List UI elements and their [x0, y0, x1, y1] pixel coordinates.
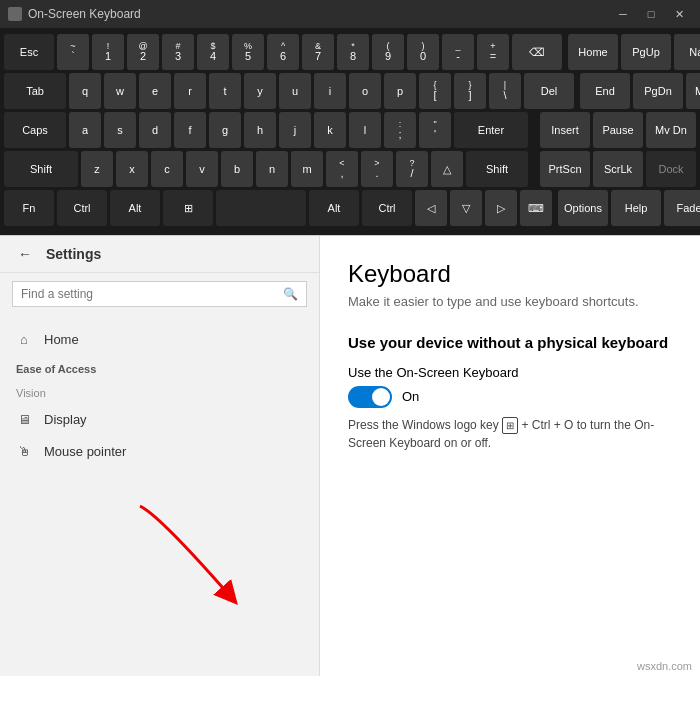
- key-w[interactable]: w: [104, 73, 136, 109]
- key-space[interactable]: [216, 190, 306, 226]
- key-kbd-icon[interactable]: ⌨: [520, 190, 552, 226]
- key-fn[interactable]: Fn: [4, 190, 54, 226]
- key-p[interactable]: p: [384, 73, 416, 109]
- home-icon: ⌂: [16, 331, 32, 347]
- key-d[interactable]: d: [139, 112, 171, 148]
- key-grave[interactable]: ~`: [57, 34, 89, 70]
- key-ralt[interactable]: Alt: [309, 190, 359, 226]
- key-z[interactable]: z: [81, 151, 113, 187]
- key-uparrow[interactable]: △: [431, 151, 463, 187]
- key-o[interactable]: o: [349, 73, 381, 109]
- key-rctrl[interactable]: Ctrl: [362, 190, 412, 226]
- key-x[interactable]: x: [116, 151, 148, 187]
- key-caps[interactable]: Caps: [4, 112, 66, 148]
- key-e[interactable]: e: [139, 73, 171, 109]
- toggle-description: Press the Windows logo key ⊞ + Ctrl + O …: [348, 416, 672, 452]
- key-4[interactable]: $4: [197, 34, 229, 70]
- display-icon: 🖥: [16, 411, 32, 427]
- key-0[interactable]: )0: [407, 34, 439, 70]
- key-h[interactable]: h: [244, 112, 276, 148]
- restore-button[interactable]: □: [638, 4, 664, 24]
- key-b[interactable]: b: [221, 151, 253, 187]
- key-9[interactable]: (9: [372, 34, 404, 70]
- key-lalt[interactable]: Alt: [110, 190, 160, 226]
- key-lbracket[interactable]: {[: [419, 73, 451, 109]
- sidebar-item-home[interactable]: ⌂ Home: [0, 323, 319, 355]
- search-box[interactable]: 🔍: [12, 281, 307, 307]
- key-5[interactable]: %5: [232, 34, 264, 70]
- key-a[interactable]: a: [69, 112, 101, 148]
- key-tab[interactable]: Tab: [4, 73, 66, 109]
- key-6[interactable]: ^6: [267, 34, 299, 70]
- key-s[interactable]: s: [104, 112, 136, 148]
- key-lshift[interactable]: Shift: [4, 151, 78, 187]
- key-q[interactable]: q: [69, 73, 101, 109]
- key-left[interactable]: ◁: [415, 190, 447, 226]
- key-k[interactable]: k: [314, 112, 346, 148]
- key-2[interactable]: @2: [127, 34, 159, 70]
- back-button[interactable]: ←: [12, 244, 38, 264]
- key-help[interactable]: Help: [611, 190, 661, 226]
- key-7[interactable]: &7: [302, 34, 334, 70]
- key-options[interactable]: Options: [558, 190, 608, 226]
- key-pgup[interactable]: PgUp: [621, 34, 671, 70]
- key-v[interactable]: v: [186, 151, 218, 187]
- key-mvdn[interactable]: Mv Dn: [646, 112, 696, 148]
- key-m[interactable]: m: [291, 151, 323, 187]
- key-1[interactable]: !1: [92, 34, 124, 70]
- key-l[interactable]: l: [349, 112, 381, 148]
- minimize-button[interactable]: ─: [610, 4, 636, 24]
- sidebar-item-display[interactable]: 🖥 Display: [0, 403, 319, 435]
- key-g[interactable]: g: [209, 112, 241, 148]
- key-3[interactable]: #3: [162, 34, 194, 70]
- key-insert[interactable]: Insert: [540, 112, 590, 148]
- key-equals[interactable]: +=: [477, 34, 509, 70]
- key-n[interactable]: n: [256, 151, 288, 187]
- key-semicolon[interactable]: :;: [384, 112, 416, 148]
- sidebar-nav: ⌂ Home Ease of Access Vision 🖥 Display 🖱…: [0, 315, 319, 475]
- osk-toggle[interactable]: [348, 386, 392, 408]
- key-pause[interactable]: Pause: [593, 112, 643, 148]
- key-home[interactable]: Home: [568, 34, 618, 70]
- key-i[interactable]: i: [314, 73, 346, 109]
- key-comma[interactable]: <,: [326, 151, 358, 187]
- key-8[interactable]: *8: [337, 34, 369, 70]
- key-backslash[interactable]: |\: [489, 73, 521, 109]
- key-minus[interactable]: _-: [442, 34, 474, 70]
- key-esc[interactable]: Esc: [4, 34, 54, 70]
- key-lctrl[interactable]: Ctrl: [57, 190, 107, 226]
- close-button[interactable]: ✕: [666, 4, 692, 24]
- key-rbracket[interactable]: }]: [454, 73, 486, 109]
- key-win[interactable]: ⊞: [163, 190, 213, 226]
- osk-title: On-Screen Keyboard: [28, 7, 141, 21]
- key-mvup[interactable]: Mv Up: [686, 73, 700, 109]
- key-del[interactable]: Del: [524, 73, 574, 109]
- key-t[interactable]: t: [209, 73, 241, 109]
- key-rshift[interactable]: Shift: [466, 151, 528, 187]
- key-pgdn[interactable]: PgDn: [633, 73, 683, 109]
- key-end[interactable]: End: [580, 73, 630, 109]
- key-c[interactable]: c: [151, 151, 183, 187]
- key-fade[interactable]: Fade: [664, 190, 700, 226]
- key-y[interactable]: y: [244, 73, 276, 109]
- key-dock[interactable]: Dock: [646, 151, 696, 187]
- key-prtscn[interactable]: PrtScn: [540, 151, 590, 187]
- key-period[interactable]: >.: [361, 151, 393, 187]
- key-nav[interactable]: Nav: [674, 34, 700, 70]
- key-down[interactable]: ▽: [450, 190, 482, 226]
- key-row-2: Tab q w e r t y u i o p {[ }] |\ Del End…: [4, 73, 696, 109]
- key-f[interactable]: f: [174, 112, 206, 148]
- key-scrlk[interactable]: ScrLk: [593, 151, 643, 187]
- key-r[interactable]: r: [174, 73, 206, 109]
- key-quote[interactable]: "': [419, 112, 451, 148]
- sidebar-item-mouse-pointer[interactable]: 🖱 Mouse pointer: [0, 435, 319, 467]
- search-input[interactable]: [21, 287, 283, 301]
- key-backspace[interactable]: ⌫: [512, 34, 562, 70]
- key-right[interactable]: ▷: [485, 190, 517, 226]
- key-slash[interactable]: ?/: [396, 151, 428, 187]
- display-label: Display: [44, 412, 87, 427]
- key-j[interactable]: j: [279, 112, 311, 148]
- key-u[interactable]: u: [279, 73, 311, 109]
- key-enter[interactable]: Enter: [454, 112, 528, 148]
- search-icon: 🔍: [283, 287, 298, 301]
